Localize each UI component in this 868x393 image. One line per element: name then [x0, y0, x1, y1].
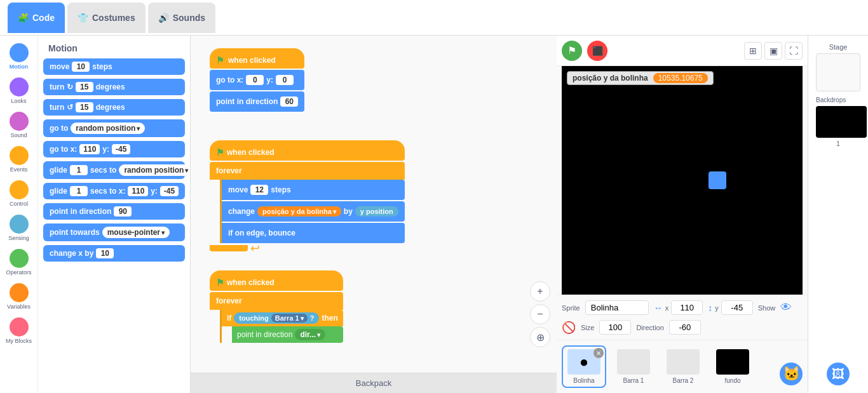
block-glide-xy-x[interactable]: 110	[128, 186, 148, 196]
backpack-bar[interactable]: Backpack	[191, 373, 557, 393]
block-point-dir-value[interactable]: 90	[114, 206, 132, 216]
sidebar-item-control[interactable]: Control	[0, 178, 37, 210]
sprite-thumb-barra2[interactable]: Barra 2	[661, 345, 705, 388]
script2-move-value[interactable]: 12	[250, 185, 268, 195]
variable-value: 10535.10675	[653, 73, 708, 83]
tab-code[interactable]: 🧩 Code	[8, 3, 65, 33]
sidebar-item-operators[interactable]: Operators	[0, 246, 37, 278]
stage-outer: ⚑ ⬛ ⊞ ▣ ⛶	[557, 36, 868, 393]
script-area[interactable]: ⚑ when clicked go to x: 0 y: 0 point in …	[191, 36, 557, 373]
show-eye-button[interactable]: 👁	[780, 301, 792, 314]
sidebar-item-variables[interactable]: Variables	[0, 281, 37, 312]
layout-large-button[interactable]: ▣	[764, 42, 782, 60]
script1-point[interactable]: point in direction 60	[210, 91, 304, 112]
script-wrapper: ⚑ when clicked go to x: 0 y: 0 point in …	[191, 36, 557, 393]
block-turn-ccw[interactable]: turn ↺ 15 degrees	[43, 99, 185, 116]
direction-input[interactable]	[669, 320, 701, 335]
block-glide-dropdown[interactable]: random position	[119, 164, 191, 176]
block-glide-random[interactable]: glide 1 secs to random position	[43, 161, 185, 179]
zoom-out-button[interactable]: −	[530, 304, 550, 324]
block-point-direction[interactable]: point in direction 90	[43, 203, 185, 220]
script2-ypos-var[interactable]: y position	[355, 206, 398, 216]
script3-if[interactable]: if touching Barra 1 ? then	[222, 310, 343, 326]
block-turn-cw-suffix: degrees	[96, 83, 125, 91]
sprite-delete-bolinha[interactable]: ✕	[593, 348, 604, 358]
zoom-fit-button[interactable]: ⊕	[530, 327, 550, 347]
script2-change[interactable]: change posição y da bolinha by y positio…	[222, 201, 405, 222]
hide-eye-button[interactable]: 🚫	[562, 321, 576, 335]
block-change-x-value[interactable]: 10	[96, 248, 114, 258]
size-label: Size	[581, 324, 594, 331]
backpack-label: Backpack	[356, 378, 391, 388]
tab-sounds[interactable]: 🔊 Sounds	[148, 3, 215, 33]
sidebar-item-myblocks[interactable]: My Blocks	[0, 315, 37, 347]
block-point-towards-dropdown[interactable]: mouse-pointer	[102, 227, 170, 238]
zoom-in-button[interactable]: +	[530, 281, 550, 302]
variable-display: posição y da bolinha 10535.10675	[567, 71, 714, 85]
script3-barra-dropdown[interactable]: Barra 1	[271, 314, 308, 323]
block-goto-random[interactable]: go to random position	[43, 119, 185, 137]
script2-bounce[interactable]: if on edge, bounce	[222, 223, 405, 243]
script3-dir-dropdown[interactable]: dir...	[295, 329, 325, 340]
sidebar-item-sensing[interactable]: Sensing	[0, 212, 37, 244]
sidebar-item-events[interactable]: Events	[0, 143, 37, 175]
sounds-icon: 🔊	[158, 13, 169, 23]
block-goto-dropdown[interactable]: random position	[71, 123, 145, 134]
script3-hat[interactable]: ⚑ when clicked	[210, 270, 343, 291]
sprite-thumb-bolinha[interactable]: ✕ ● Bolinha	[562, 345, 606, 388]
block-goto-xy-x[interactable]: 110	[79, 144, 100, 154]
script1-goto[interactable]: go to x: 0 y: 0	[210, 70, 304, 90]
block-change-x[interactable]: change x by 10	[43, 245, 185, 262]
script3-touching[interactable]: touching Barra 1 ?	[234, 312, 319, 324]
sidebar-item-sound[interactable]: Sound	[0, 109, 37, 141]
add-backdrop-button[interactable]: 🖼	[827, 363, 850, 385]
script1-hat[interactable]: ⚑ when clicked	[210, 48, 304, 69]
block-glide-xy-y[interactable]: -45	[160, 186, 179, 196]
stage-mini-thumbnail[interactable]	[816, 53, 860, 91]
sprite-y-input[interactable]	[721, 300, 753, 315]
zoom-controls: + − ⊕	[530, 281, 550, 347]
script3-point[interactable]: point in direction dir...	[232, 326, 343, 343]
block-move[interactable]: move 10 steps	[43, 58, 185, 75]
tab-costumes[interactable]: 👕 Costumes	[67, 3, 146, 33]
script1-goto-x[interactable]: 0	[246, 75, 264, 85]
script2-forever[interactable]: forever	[210, 162, 405, 180]
sidebar-item-looks[interactable]: Looks	[0, 75, 37, 107]
script2-var-dropdown[interactable]: posição y da bolinha	[257, 206, 341, 216]
sprite-x-input[interactable]	[671, 300, 703, 315]
fullscreen-button[interactable]: ⛶	[785, 42, 803, 60]
flag-icon3: ⚑	[216, 277, 224, 288]
script2-hat[interactable]: ⚑ when clicked	[210, 140, 405, 161]
script1-point-value[interactable]: 60	[280, 97, 298, 107]
block-goto-xy[interactable]: go to x: 110 y: -45	[43, 141, 185, 157]
block-point-towards[interactable]: point towards mouse-pointer	[43, 223, 185, 241]
block-turn-ccw-value[interactable]: 15	[76, 102, 93, 112]
sprite-barra2-label: Barra 2	[665, 377, 702, 384]
block-goto-xy-y[interactable]: -45	[112, 144, 130, 154]
size-input[interactable]	[599, 320, 631, 335]
block-turn-cw-value[interactable]: 15	[76, 82, 93, 92]
green-flag-button[interactable]: ⚑	[562, 41, 582, 61]
sprite-thumb-fundo[interactable]: fundo	[710, 345, 755, 388]
script2-bounce-label: if on edge, bounce	[228, 229, 295, 237]
x-label: x	[665, 304, 669, 312]
script1-goto-y[interactable]: 0	[276, 75, 294, 85]
block-glide-value[interactable]: 1	[70, 165, 88, 175]
sound-color	[10, 112, 29, 131]
block-move-value[interactable]: 10	[72, 62, 90, 72]
sprite-name-input[interactable]	[585, 300, 649, 315]
script3-forever[interactable]: forever	[210, 292, 343, 310]
backdrop-thumbnail[interactable]	[816, 106, 867, 138]
script1-hat-label: when clicked	[228, 56, 276, 65]
sprite-barra1-label: Barra 1	[615, 377, 652, 384]
script2-move[interactable]: move 12 steps	[222, 180, 405, 200]
block-turn-cw[interactable]: turn ↻ 15 degrees	[43, 79, 185, 95]
operators-label: Operators	[6, 269, 31, 276]
sprite-thumb-barra1[interactable]: Barra 1	[611, 345, 656, 388]
add-sprite-button[interactable]: 🐱	[780, 363, 803, 385]
block-glide-xy-secs[interactable]: 1	[70, 186, 88, 196]
block-glide-xy[interactable]: glide 1 secs to x: 110 y: -45	[43, 183, 185, 199]
layout-normal-button[interactable]: ⊞	[744, 42, 762, 60]
stop-button[interactable]: ⬛	[587, 41, 607, 61]
sidebar-item-motion[interactable]: Motion	[0, 41, 37, 72]
